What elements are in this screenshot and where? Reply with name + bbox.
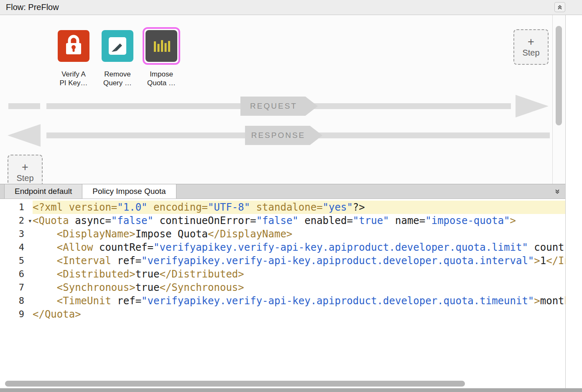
editor-code[interactable]: <?xml version="1.0" encoding="UTF-8" sta… (33, 201, 565, 321)
request-label: REQUEST (250, 102, 297, 111)
double-chevron-down-icon (554, 188, 561, 195)
tab-endpoint-default[interactable]: Endpoint default (4, 184, 82, 199)
code-line[interactable]: <?xml version="1.0" encoding="UTF-8" sta… (33, 201, 565, 214)
code-line[interactable]: <Quota async="false" continueOnError="fa… (33, 214, 565, 227)
response-label: RESPONSE (251, 131, 306, 140)
plus-icon: + (22, 162, 28, 173)
policy-label: Remove Query … (99, 70, 136, 87)
policy-label-line2: Quota … (143, 79, 180, 87)
window-bottom-edge (0, 388, 582, 392)
policy-impose-quota[interactable]: Impose Quota … (143, 27, 180, 87)
line-number: 7 (0, 281, 33, 294)
editor-gutter: 12▾3456789 (0, 201, 33, 321)
code-line[interactable]: <Allow countRef="verifyapikey.verify-api… (33, 241, 565, 254)
policy-selection-ring (143, 27, 180, 65)
line-number: 9 (0, 308, 33, 321)
policy-label-line1: Remove (99, 70, 136, 79)
request-label-badge: REQUEST (240, 97, 318, 116)
plus-icon: + (528, 36, 534, 47)
policy-label-line1: Impose (143, 70, 180, 79)
editor-tabbar: Endpoint default Policy Impose Quota (0, 184, 565, 199)
response-label-badge: RESPONSE (245, 126, 322, 145)
flow-canvas: REQUEST RESPONSE (0, 15, 565, 184)
policy-label-line2: PI Key… (55, 79, 92, 87)
flow-header: Flow: PreFlow (0, 0, 582, 15)
code-line[interactable]: </Quota> (33, 308, 565, 321)
line-number: 8 (0, 294, 33, 308)
policy-remove-query[interactable]: Remove Query … (99, 27, 136, 87)
code-line[interactable]: <Interval ref="verifyapikey.verify-api-k… (33, 254, 565, 267)
verify-api-key-policy-icon (58, 30, 89, 62)
line-number: 3 (0, 227, 33, 241)
bars-icon (146, 30, 177, 62)
canvas-vertical-scrollbar-thumb[interactable] (556, 26, 562, 125)
horizontal-scrollbar-thumb[interactable] (5, 381, 465, 387)
flow-editor-window: Flow: PreFlow REQUEST RESPONSE (0, 0, 582, 392)
add-step-request-button[interactable]: + Step (513, 29, 549, 65)
lock-icon (58, 30, 89, 62)
remove-query-policy-icon (102, 30, 133, 62)
line-number: 5 (0, 254, 33, 267)
collapse-editor-button[interactable] (552, 187, 563, 197)
code-fold-icon[interactable]: ▾ (28, 214, 31, 228)
policy-selection-ring (55, 27, 92, 65)
collapse-flow-panel-button[interactable] (554, 2, 565, 12)
flow-title: Flow: PreFlow (6, 3, 59, 12)
code-line[interactable]: <TimeUnit ref="verifyapikey.verify-api-k… (33, 294, 565, 308)
pencil-icon (102, 30, 133, 62)
impose-quota-policy-icon (146, 30, 177, 62)
request-flow-line-left-segment (8, 103, 40, 109)
policy-verify-api-key[interactable]: Verify A PI Key… (55, 27, 92, 87)
tab-policy-impose-quota[interactable]: Policy Impose Quota (82, 184, 176, 199)
add-step-label: Step (16, 173, 33, 183)
line-number: 4 (0, 241, 33, 254)
window-right-gutter (565, 15, 582, 392)
double-chevron-up-icon (556, 4, 563, 10)
line-number: 6 (0, 267, 33, 281)
request-arrow-right-icon (516, 95, 549, 117)
add-step-response-button[interactable]: + Step (8, 155, 43, 184)
code-line[interactable]: <Distributed>true</Distributed> (33, 267, 565, 281)
policy-label-line1: Verify A (55, 70, 92, 79)
code-editor[interactable]: 12▾3456789 <?xml version="1.0" encoding=… (0, 199, 565, 392)
policy-selection-ring (99, 27, 136, 65)
policy-label-line2: Query … (99, 79, 136, 87)
add-step-label: Step (522, 48, 539, 58)
line-number: 2▾ (0, 214, 33, 227)
response-arrow-left-icon (8, 124, 41, 147)
code-line[interactable]: <DisplayName>Impose Quota</DisplayName> (33, 227, 565, 241)
policy-label: Verify A PI Key… (55, 70, 92, 87)
policy-label: Impose Quota … (143, 70, 180, 87)
canvas-vertical-scrollbar-track[interactable] (552, 15, 565, 184)
code-line[interactable]: <Synchronous>true</Synchronous> (33, 281, 565, 294)
policy-list: Verify A PI Key… Remove Qu (55, 27, 180, 87)
line-number: 1 (0, 201, 33, 214)
